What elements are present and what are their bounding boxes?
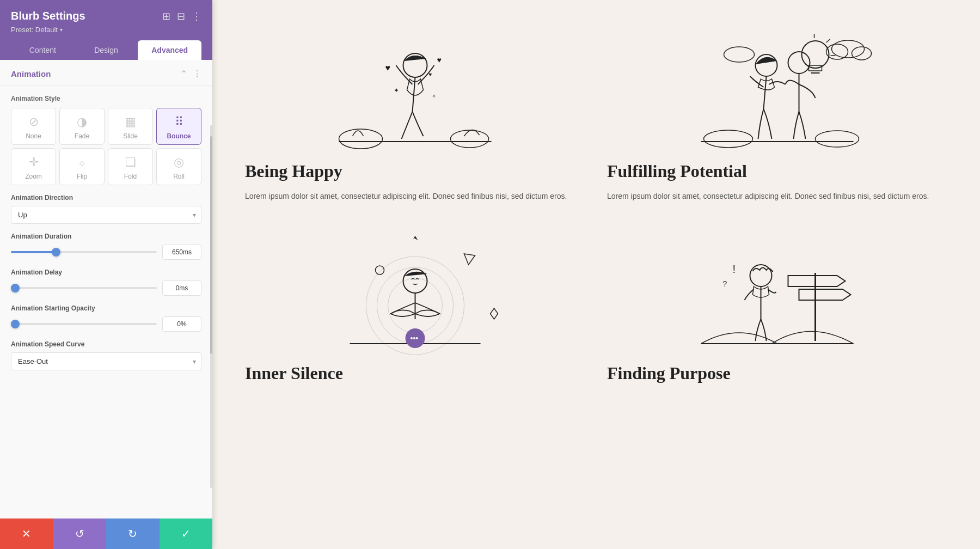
section-title: Animation — [11, 69, 51, 78]
animation-delay-group: Animation Delay — [0, 269, 212, 304]
save-button[interactable]: ✓ — [160, 518, 213, 549]
svg-point-13 — [826, 44, 848, 59]
svg-text:♥: ♥ — [429, 71, 432, 77]
animation-opacity-group: Animation Starting Opacity — [0, 304, 212, 340]
animation-opacity-row — [11, 316, 201, 332]
section-divider — [0, 86, 212, 86]
fade-label: Fade — [75, 132, 89, 140]
animation-opacity-track[interactable] — [11, 323, 157, 325]
anim-slide[interactable]: ▦ Slide — [108, 108, 153, 145]
animation-direction-select-wrapper: Up Down Left Right Center ▾ — [11, 206, 201, 224]
svg-marker-30 — [491, 308, 498, 319]
svg-point-15 — [724, 47, 755, 62]
animation-delay-label: Animation Delay — [11, 269, 201, 276]
cancel-button[interactable]: ✕ — [0, 518, 53, 549]
svg-marker-27 — [464, 254, 475, 265]
roll-icon: ◎ — [174, 155, 184, 169]
settings-panel: Blurb Settings ⊞ ⊟ ⋮ Preset: Default ▾ C… — [0, 0, 212, 549]
section-header-icons: ⌃ ⋮ — [180, 69, 201, 79]
animation-style-label: Animation Style — [0, 95, 212, 108]
anim-flip[interactable]: ⬦ Flip — [59, 148, 105, 185]
anim-roll[interactable]: ◎ Roll — [156, 148, 201, 185]
svg-point-12 — [832, 40, 865, 58]
inner-silence-title: Inner Silence — [245, 363, 585, 383]
none-icon: ⊘ — [29, 115, 39, 129]
animation-delay-value[interactable] — [162, 280, 201, 296]
slide-label: Slide — [123, 132, 138, 140]
svg-point-2 — [451, 130, 489, 148]
animation-style-grid: ⊘ None ◑ Fade ▦ Slide ⠿ Bounce ✛ Zoom ⬦ … — [0, 108, 212, 194]
panel-title-row: Blurb Settings ⊞ ⊟ ⋮ — [11, 10, 201, 22]
animation-delay-thumb[interactable] — [11, 284, 20, 292]
animation-direction-label: Animation Direction — [11, 194, 201, 202]
animation-opacity-thumb[interactable] — [11, 320, 20, 328]
anim-none[interactable]: ⊘ None — [11, 108, 56, 145]
anim-fold[interactable]: ❑ Fold — [108, 148, 153, 185]
anim-fade[interactable]: ◑ Fade — [59, 108, 105, 145]
collapse-icon[interactable]: ⌃ — [180, 69, 187, 79]
expand-icon[interactable]: ⊞ — [162, 10, 170, 22]
blurbs-grid: ♥ ♥ ♥ ✦ ✧ Being Happy Lorem ipsum dolor … — [245, 22, 947, 392]
animation-duration-value[interactable] — [162, 245, 201, 260]
anim-bounce[interactable]: ⠿ Bounce — [156, 108, 201, 145]
panel-tabs: Content Design Advanced — [11, 40, 201, 60]
none-label: None — [26, 132, 41, 140]
fold-icon: ❑ — [125, 155, 136, 169]
zoom-label: Zoom — [25, 173, 42, 180]
panel-body: Animation ⌃ ⋮ Animation Style ⊘ None ◑ F… — [0, 60, 212, 518]
more-options-icon[interactable]: ⋮ — [192, 10, 201, 22]
bounce-label: Bounce — [167, 132, 191, 140]
animation-speed-group: 3 Animation Speed Curve Ease-Out Ease-In… — [0, 340, 212, 379]
redo-button[interactable]: ↻ — [106, 518, 160, 549]
fade-icon: ◑ — [77, 115, 87, 129]
svg-text:?: ? — [723, 279, 727, 288]
being-happy-illustration: ♥ ♥ ♥ ✦ ✧ — [245, 22, 585, 152]
svg-text:✧: ✧ — [432, 93, 436, 99]
section-more-icon[interactable]: ⋮ — [193, 69, 201, 79]
animation-direction-select[interactable]: Up Down Left Right Center — [11, 206, 201, 224]
animation-speed-label: Animation Speed Curve — [11, 340, 201, 348]
undo-button[interactable]: ↺ — [53, 518, 107, 549]
animation-duration-fill — [11, 251, 54, 253]
content-area: ♥ ♥ ♥ ✦ ✧ Being Happy Lorem ipsum dolor … — [212, 0, 980, 549]
finding-purpose-title: Finding Purpose — [607, 363, 947, 383]
preset-label: Preset: Default — [11, 26, 58, 34]
roll-label: Roll — [173, 173, 185, 180]
animation-delay-track[interactable] — [11, 287, 157, 289]
columns-icon[interactable]: ⊟ — [177, 10, 185, 22]
being-happy-svg: ♥ ♥ ♥ ✦ ✧ — [245, 22, 585, 152]
slide-icon: ▦ — [125, 115, 136, 129]
svg-point-11 — [816, 131, 859, 147]
svg-line-21 — [826, 39, 830, 42]
fulfilling-illustration — [607, 22, 947, 152]
blurb-inner-silence: ••• Inner Silence — [245, 224, 585, 392]
scroll-bar — [210, 136, 212, 354]
bounce-icon: ⠿ — [175, 115, 183, 129]
being-happy-text: Lorem ipsum dolor sit amet, consectetur … — [245, 190, 585, 202]
tab-advanced[interactable]: Advanced — [138, 40, 201, 60]
tab-content[interactable]: Content — [11, 40, 75, 60]
anim-zoom[interactable]: ✛ Zoom — [11, 148, 56, 185]
svg-text:•••: ••• — [411, 334, 419, 343]
finding-purpose-svg: ! ? — [607, 224, 947, 355]
preset-arrow: ▾ — [60, 27, 63, 33]
animation-speed-select[interactable]: Ease-Out Ease-In Ease-In-Out Linear Boun… — [11, 352, 201, 370]
blurb-being-happy: ♥ ♥ ♥ ✦ ✧ Being Happy Lorem ipsum dolor … — [245, 22, 585, 202]
animation-duration-track[interactable] — [11, 251, 157, 253]
scroll-indicator[interactable] — [210, 125, 212, 488]
animation-speed-select-wrapper: Ease-Out Ease-In Ease-In-Out Linear Boun… — [11, 352, 201, 370]
svg-text:✦: ✦ — [394, 87, 399, 94]
svg-marker-29 — [413, 236, 418, 240]
animation-opacity-value[interactable] — [162, 316, 201, 332]
fulfilling-title: Fulfilling Potential — [607, 161, 947, 181]
fold-label: Fold — [124, 173, 137, 180]
preset-row[interactable]: Preset: Default ▾ — [11, 26, 201, 34]
blurb-finding-purpose: ! ? Finding Purpose — [607, 224, 947, 392]
animation-duration-label: Animation Duration — [11, 233, 201, 240]
panel-header: Blurb Settings ⊞ ⊟ ⋮ Preset: Default ▾ C… — [0, 0, 212, 60]
inner-silence-illustration: ••• — [245, 224, 585, 355]
tab-design[interactable]: Design — [75, 40, 138, 60]
flip-icon: ⬦ — [78, 155, 85, 169]
animation-duration-thumb[interactable] — [52, 248, 60, 257]
fulfilling-svg — [607, 22, 947, 152]
